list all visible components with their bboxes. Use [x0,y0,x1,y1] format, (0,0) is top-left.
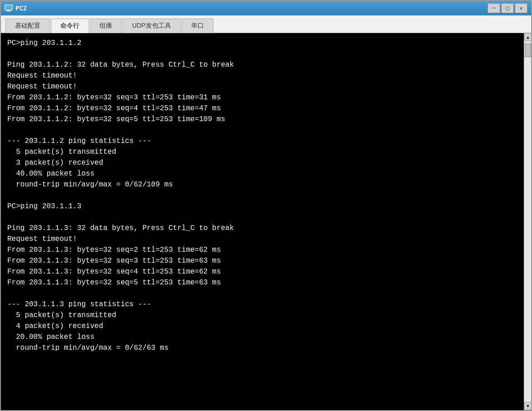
title-bar: PC2 ─ □ ✕ [1,1,531,15]
title-bar-buttons: ─ □ ✕ [488,3,527,13]
minimize-button[interactable]: ─ [488,3,500,13]
scrollbar-thumb[interactable] [525,44,531,57]
tab-serial-port[interactable]: 串口 [182,19,213,33]
scrollbar[interactable]: ▲ ▼ [524,33,531,410]
tab-basic-config[interactable]: 基础配置 [5,19,50,33]
scrollbar-body[interactable] [524,41,531,402]
title-bar-left: PC2 [5,4,27,12]
tab-udp-tool[interactable]: UDP发包工具 [123,19,181,33]
tab-multicast[interactable]: 组播 [90,19,122,33]
tab-command-line[interactable]: 命令行 [51,19,89,33]
close-button[interactable]: ✕ [515,3,527,13]
scrollbar-down-button[interactable]: ▼ [524,402,531,410]
svg-rect-1 [6,6,11,9]
terminal-area: PC>ping 203.1.1.2 Ping 203.1.1.2: 32 dat… [1,33,531,410]
scrollbar-up-button[interactable]: ▲ [524,33,531,41]
svg-rect-3 [6,11,11,11]
window-title: PC2 [15,5,27,12]
tab-bar: 基础配置 命令行 组播 UDP发包工具 串口 [1,15,531,33]
maximize-button[interactable]: □ [501,3,514,13]
terminal-output[interactable]: PC>ping 203.1.1.2 Ping 203.1.1.2: 32 dat… [1,33,524,410]
pc-icon [5,4,13,12]
main-window: PC2 ─ □ ✕ 基础配置 命令行 组播 UDP发包工具 串口 PC>ping… [0,0,532,411]
